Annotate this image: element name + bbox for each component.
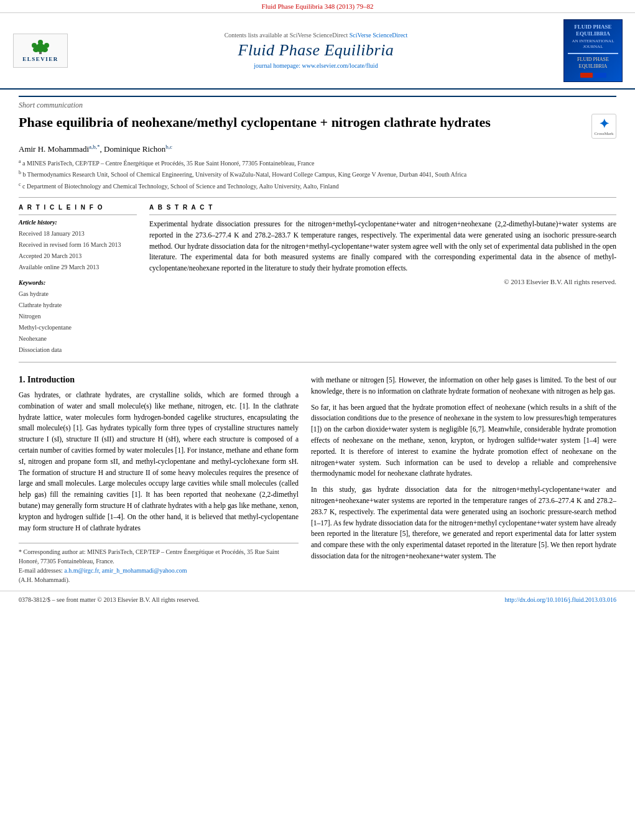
svg-point-6 (38, 40, 43, 45)
article-title-row: Phase equilibria of neohexane/methyl cyc… (19, 114, 616, 139)
intro-paragraph-4: In this study, gas hydrate dissociation … (311, 484, 616, 562)
info-divider (19, 215, 137, 215)
journal-homepage: journal homepage: www.elsevier.com/locat… (75, 62, 557, 69)
affiliation-block: a a MINES ParisTech, CEP/TEP – Centre Én… (19, 158, 616, 191)
footnote-name: (A.H. Mohammadi). (19, 575, 299, 584)
elsevier-wordmark: ELSEVIER (22, 56, 58, 62)
header-center: Contents lists available at SciVerse Sci… (75, 32, 557, 69)
keyword-2: Clathrate hydrate (19, 300, 137, 311)
date-revised: Received in revised form 16 March 2013 (19, 239, 137, 251)
footer-issn: 0378-3812/$ – see front matter © 2013 El… (19, 596, 200, 603)
logo-title: FLUID PHASE EQUILIBRIA (568, 24, 618, 37)
sciverse-line: Contents lists available at SciVerse Sci… (75, 32, 557, 39)
keywords-section: Keywords: Gas hydrate Clathrate hydrate … (19, 279, 137, 356)
intro-paragraph-3: So far, it has been argued that the hydr… (311, 402, 616, 480)
footnote-area: * Corresponding author at: MINES ParisTe… (19, 543, 299, 584)
page-wrapper: Fluid Phase Equilibria 348 (2013) 79–82 … (0, 0, 635, 608)
intro-paragraph-1: Gas hydrates, or clathrate hydrates, are… (19, 390, 299, 534)
svg-point-2 (33, 47, 39, 52)
abstract-divider (149, 215, 616, 215)
abstract-text: Experimental hydrate dissociation pressu… (149, 219, 616, 274)
affiliation-a: a a MINES ParisTech, CEP/TEP – Centre Én… (19, 158, 616, 168)
keyword-3: Nitrogen (19, 311, 137, 322)
logo-subtitle: AN INTERNATIONAL JOURNAL (568, 39, 618, 51)
svg-point-5 (44, 43, 49, 48)
section-divider-1 (19, 197, 616, 198)
footer-doi[interactable]: http://dx.doi.org/10.1016/j.fluid.2013.0… (504, 596, 616, 603)
crossmark-icon: ✦ (599, 116, 610, 131)
date-online: Available online 29 March 2013 (19, 262, 137, 273)
body-right-column: with methane or nitrogen [5]. However, t… (311, 375, 616, 585)
logo-extra: FLUID PHASE EQUILIBRIA (568, 56, 618, 70)
journal-top-bar: Fluid Phase Equilibria 348 (2013) 79–82 (0, 0, 635, 13)
intro-paragraph-2: with methane or nitrogen [5]. However, t… (311, 375, 616, 397)
article-info-abstract-layout: A R T I C L E I N F O Article history: R… (19, 204, 616, 356)
sciverse-link[interactable]: SciVerse ScienceDirect (350, 32, 408, 39)
article-info-section-heading: A R T I C L E I N F O (19, 204, 137, 211)
body-left-column: 1. Introduction Gas hydrates, or clathra… (19, 375, 299, 585)
journal-logo-box: FLUID PHASE EQUILIBRIA AN INTERNATIONAL … (563, 19, 623, 82)
keyword-4: Methyl-cyclopentane (19, 322, 137, 333)
left-column: A R T I C L E I N F O Article history: R… (19, 204, 137, 356)
copyright-line: © 2013 Elsevier B.V. All rights reserved… (149, 278, 616, 285)
footnote-corresponding: * Corresponding author at: MINES ParisTe… (19, 547, 299, 566)
elsevier-logo-box: ELSEVIER (13, 34, 68, 68)
crossmark-label: CrossMark (594, 131, 613, 136)
journal-title: Fluid Phase Equilibria (75, 41, 557, 60)
affiliation-c: c c Department of Biotechnology and Chem… (19, 181, 616, 191)
article-type-label: Short communication (19, 96, 616, 110)
svg-point-4 (32, 43, 37, 48)
date-received: Received 18 January 2013 (19, 228, 137, 239)
keywords-list: Gas hydrate Clathrate hydrate Nitrogen M… (19, 288, 137, 356)
right-column: A B S T R A C T Experimental hydrate dis… (149, 204, 616, 356)
footnote-email: E-mail addresses: a.h.m@irgc.fr, amir_h_… (19, 566, 299, 575)
section-divider-2 (19, 362, 616, 362)
header-area: ELSEVIER Contents lists available at Sci… (0, 13, 635, 90)
email-links[interactable]: a.h.m@irgc.fr, amir_h_mohammadi@yahoo.co… (64, 567, 187, 574)
keyword-6: Dissociation data (19, 344, 137, 356)
content-area: Short communication Phase equilibria of … (0, 90, 635, 375)
date-accepted: Accepted 20 March 2013 (19, 251, 137, 262)
article-dates: Received 18 January 2013 Received in rev… (19, 228, 137, 273)
authors-text: Amir H. Mohammadia,b,*, Dominique Richon… (19, 144, 172, 154)
affiliation-b: b b Thermodynamics Research Unit, School… (19, 169, 616, 179)
svg-point-3 (42, 47, 48, 52)
abstract-heading: A B S T R A C T (149, 204, 616, 211)
authors-line: Amir H. Mohammadia,b,*, Dominique Richon… (19, 144, 616, 154)
keywords-label: Keywords: (19, 279, 137, 286)
homepage-url[interactable]: www.elsevier.com/locate/fluid (302, 62, 378, 69)
footer-bar: 0378-3812/$ – see front matter © 2013 El… (0, 591, 635, 608)
keyword-1: Gas hydrate (19, 288, 137, 300)
elsevier-logo: ELSEVIER (12, 34, 68, 68)
intro-heading: 1. Introduction (19, 375, 299, 385)
keyword-5: Neohexane (19, 333, 137, 344)
article-history-label: Article history: (19, 219, 137, 226)
body-columns: 1. Introduction Gas hydrates, or clathra… (0, 375, 635, 585)
article-title: Phase equilibria of neohexane/methyl cyc… (19, 114, 585, 132)
journal-citation: Fluid Phase Equilibria 348 (2013) 79–82 (262, 2, 374, 10)
crossmark-badge: ✦ CrossMark (591, 114, 616, 139)
